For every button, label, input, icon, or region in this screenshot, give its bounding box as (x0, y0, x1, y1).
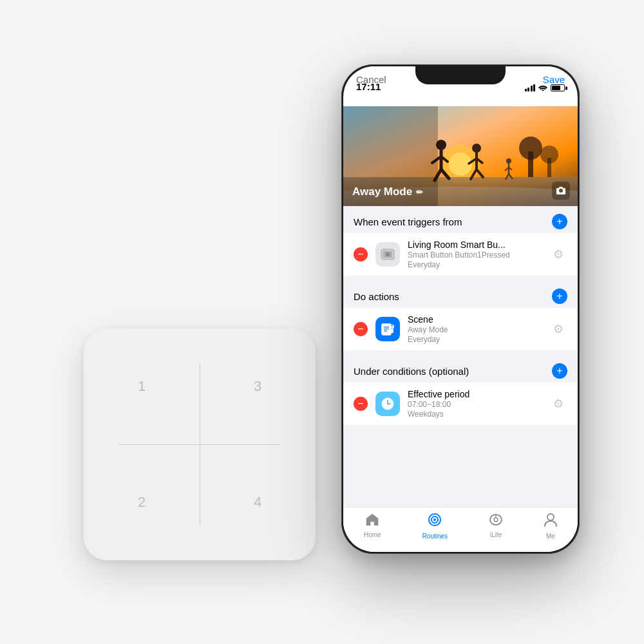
svg-point-17 (506, 158, 511, 164)
battery-icon (551, 84, 565, 91)
switch-number-3: 3 (254, 378, 261, 395)
scroll-area: Away Mode ✏ When event triggers from (343, 106, 578, 507)
action-card: − (343, 308, 578, 350)
home-tab-icon (365, 513, 379, 529)
signal-bars-icon (525, 84, 536, 91)
smart-button-icon (375, 242, 400, 267)
tab-home[interactable]: Home (364, 513, 381, 538)
tab-me-label: Me (546, 533, 555, 540)
photo-icon[interactable] (552, 182, 570, 200)
hero-title: Away Mode ✏ (352, 185, 423, 198)
trigger-item-title: Living Room Smart Bu... (408, 240, 542, 250)
hero-image[interactable]: Away Mode ✏ (343, 106, 578, 206)
svg-point-44 (433, 518, 436, 521)
actions-section-header: Do actions + (343, 281, 578, 308)
phone-screen: 17:11 (343, 66, 578, 552)
switch-number-1: 1 (138, 378, 146, 395)
trigger-gear-button[interactable]: ⚙ (549, 245, 567, 263)
condition-item-title: Effective period (408, 389, 542, 399)
trigger-card: − Living Room Smart Bu... (343, 233, 578, 276)
svg-point-24 (519, 137, 542, 160)
conditions-section-title: Under conditions (optional) (354, 366, 469, 377)
action-item-title: Scene (408, 314, 542, 325)
actions-section-title: Do actions (354, 291, 399, 302)
me-tab-icon (544, 513, 557, 531)
conditions-section-header: Under conditions (optional) + (343, 355, 578, 383)
svg-point-48 (547, 514, 554, 520)
condition-card: − (343, 383, 578, 425)
switch-cell-2: 2 (84, 444, 200, 560)
action-item-subtitle1: Away Mode (408, 325, 542, 334)
condition-remove-button[interactable]: − (354, 397, 368, 411)
scene: 1 3 2 4 17:11 (0, 0, 644, 644)
trigger-remove-button[interactable]: − (354, 247, 368, 261)
switch-cell-1: 1 (84, 328, 200, 444)
svg-point-30 (386, 252, 390, 256)
tab-ilife-label: iLife (490, 531, 502, 538)
phone: 17:11 (341, 64, 580, 554)
condition-list-item: − (343, 383, 578, 425)
action-item-subtitle2: Everyday (408, 335, 542, 344)
conditions-section: Under conditions (optional) + − (343, 355, 578, 425)
tab-ilife[interactable]: iLife (489, 513, 503, 538)
svg-point-26 (540, 146, 558, 164)
svg-point-41 (387, 403, 389, 405)
trigger-section: When event triggers from + − (343, 206, 578, 276)
routines-tab-icon (428, 513, 442, 531)
condition-gear-button[interactable]: ⚙ (549, 395, 567, 413)
scene-icon (375, 317, 400, 341)
action-list-item: − (343, 308, 578, 350)
switch-number-2: 2 (138, 494, 146, 511)
actions-section: Do actions + − (343, 281, 578, 350)
status-icons (525, 84, 565, 92)
status-time: 17:11 (356, 81, 381, 92)
ilife-tab-icon (489, 513, 503, 529)
phone-frame: 17:11 (341, 64, 580, 554)
trigger-item-subtitle1: Smart Button Button1Pressed (408, 251, 542, 260)
trigger-item-subtitle2: Everyday (408, 260, 542, 269)
tab-home-label: Home (364, 531, 381, 538)
action-gear-button[interactable]: ⚙ (549, 320, 567, 338)
trigger-section-header: When event triggers from + (343, 206, 578, 233)
trigger-section-title: When event triggers from (354, 216, 462, 227)
notch (415, 66, 506, 84)
wifi-icon (538, 84, 547, 92)
tab-bar: Home Routines (343, 507, 578, 552)
switch-cell-4: 4 (200, 444, 316, 560)
tab-me[interactable]: Me (544, 513, 557, 540)
clock-icon (375, 392, 400, 416)
smart-switch-device: 1 3 2 4 (84, 328, 316, 560)
tab-routines[interactable]: Routines (422, 513, 448, 540)
svg-point-11 (472, 144, 481, 153)
action-remove-button[interactable]: − (354, 322, 368, 336)
condition-item-subtitle1: 07:00~18:00 (408, 400, 542, 409)
trigger-add-button[interactable]: + (552, 214, 567, 229)
trigger-list-item: − Living Room Smart Bu... (343, 233, 578, 276)
switch-cell-3: 3 (200, 328, 316, 444)
tab-routines-label: Routines (422, 533, 448, 540)
condition-item-text: Effective period 07:00~18:00 Weekdays (408, 389, 542, 419)
condition-add-button[interactable]: + (552, 363, 567, 379)
edit-icon[interactable]: ✏ (416, 187, 423, 197)
action-add-button[interactable]: + (552, 289, 567, 304)
action-item-text: Scene Away Mode Everyday (408, 314, 542, 344)
trigger-item-text: Living Room Smart Bu... Smart Button But… (408, 240, 542, 269)
condition-item-subtitle2: Weekdays (408, 410, 542, 419)
svg-point-46 (494, 518, 498, 522)
switch-number-4: 4 (254, 494, 261, 511)
